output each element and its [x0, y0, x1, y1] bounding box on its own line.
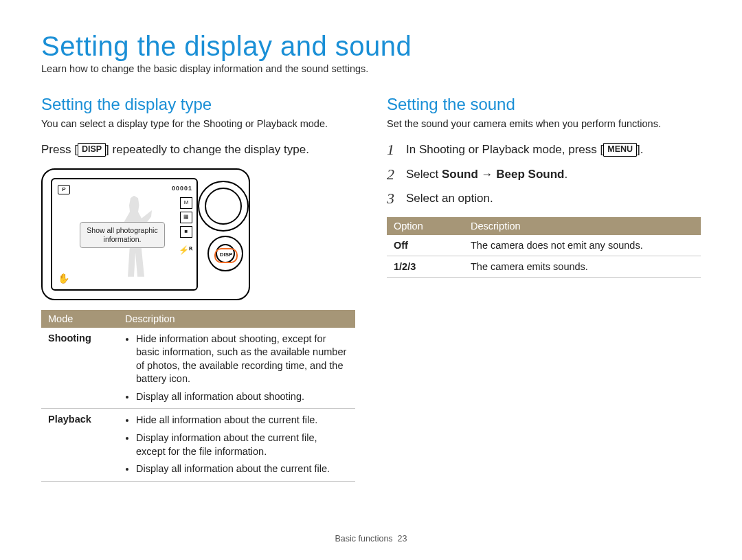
menu-keycap: MENU: [603, 143, 637, 157]
osd-mode-icon: [58, 185, 70, 194]
manual-page: Setting the display and sound Learn how …: [0, 0, 742, 560]
osd-flash-icon: ⚡ᴿ: [179, 245, 192, 255]
option-cell: Off: [387, 235, 464, 256]
table-row: Playback Hide all information about the …: [41, 409, 355, 481]
table-row: 1/2/3 The camera emits sounds.: [387, 256, 701, 277]
page-footer: Basic functions 23: [0, 534, 742, 544]
step-item: Select an option.: [387, 190, 701, 208]
osd-shot-counter: 00001: [172, 185, 192, 192]
section-heading-display-type: Setting the display type: [41, 95, 355, 114]
table-head-description: Description: [464, 217, 701, 235]
page-subtitle: Learn how to change the basic display in…: [41, 63, 701, 74]
mode-cell: Playback: [41, 409, 118, 481]
list-item: Hide information about shooting, except …: [136, 333, 348, 386]
table-head-option: Option: [387, 217, 464, 235]
press-disp-instruction: Press [DISP] repeatedly to change the di…: [41, 142, 355, 159]
left-column: Setting the display type You can select …: [41, 95, 355, 482]
list-item: Hide all information about the current f…: [136, 414, 348, 427]
osd-right-icons: M ▦ ■: [180, 197, 192, 240]
step-text-pre: Select an option.: [406, 192, 493, 205]
osd-icon: ▦: [180, 212, 192, 223]
step-text-pre: In Shooting or Playback mode, press [: [406, 143, 603, 156]
step-text-post: .: [564, 168, 567, 181]
section-lede: You can select a display type for the Sh…: [41, 118, 355, 129]
display-type-table: Mode Description Shooting Hide informati…: [41, 310, 355, 482]
osd-hand-icon: ✋: [58, 273, 69, 284]
footer-page-number: 23: [398, 534, 407, 544]
list-item: Display all information about the curren…: [136, 462, 348, 476]
camera-lens-inner: [205, 188, 242, 225]
section-lede: Set the sound your camera emits when you…: [387, 118, 701, 129]
step-text-bold: Sound → Beep Sound: [442, 168, 565, 181]
columns: Setting the display type You can select …: [41, 95, 701, 482]
disp-keycap: DISP: [78, 143, 106, 157]
camera-screen: 00001 M ▦ ■ ⚡ᴿ ✋ Show all photographic i…: [51, 178, 198, 291]
table-row: Off The camera does not emit any sounds.: [387, 235, 701, 256]
disp-button-highlight: DISP: [214, 248, 238, 263]
desc-cell: Hide all information about the current f…: [118, 409, 355, 481]
footer-section: Basic functions: [335, 534, 393, 544]
table-head-mode: Mode: [41, 310, 118, 328]
page-title: Setting the display and sound: [41, 31, 701, 62]
step-item: In Shooting or Playback mode, press [MEN…: [387, 142, 701, 159]
step-text-post: ].: [637, 143, 643, 156]
step-item: Select Sound → Beep Sound.: [387, 166, 701, 183]
list-item: Display information about the current fi…: [136, 432, 348, 458]
camera-illustration: 00001 M ▦ ■ ⚡ᴿ ✋ Show all photographic i…: [41, 168, 247, 298]
screen-callout: Show all photographic information.: [80, 222, 165, 248]
osd-icon: ■: [180, 226, 192, 238]
step-text-pre: Select: [406, 168, 442, 181]
instr-text-post: ] repeatedly to change the display type.: [106, 143, 309, 156]
desc-cell: The camera emits sounds.: [464, 256, 701, 277]
section-heading-sound: Setting the sound: [387, 95, 701, 114]
right-column: Setting the sound Set the sound your cam…: [387, 95, 701, 482]
osd-icon: M: [180, 197, 192, 209]
desc-cell: Hide information about shooting, except …: [118, 328, 355, 409]
option-cell: 1/2/3: [387, 256, 464, 277]
table-head-description: Description: [118, 310, 355, 328]
list-item: Display all information about shooting.: [136, 390, 348, 404]
instr-text-pre: Press [: [41, 143, 78, 156]
mode-cell: Shooting: [41, 328, 118, 409]
sound-steps: In Shooting or Playback mode, press [MEN…: [387, 142, 701, 208]
table-row: Shooting Hide information about shooting…: [41, 328, 355, 409]
desc-cell: The camera does not emit any sounds.: [464, 235, 701, 256]
sound-option-table: Option Description Off The camera does n…: [387, 217, 701, 278]
